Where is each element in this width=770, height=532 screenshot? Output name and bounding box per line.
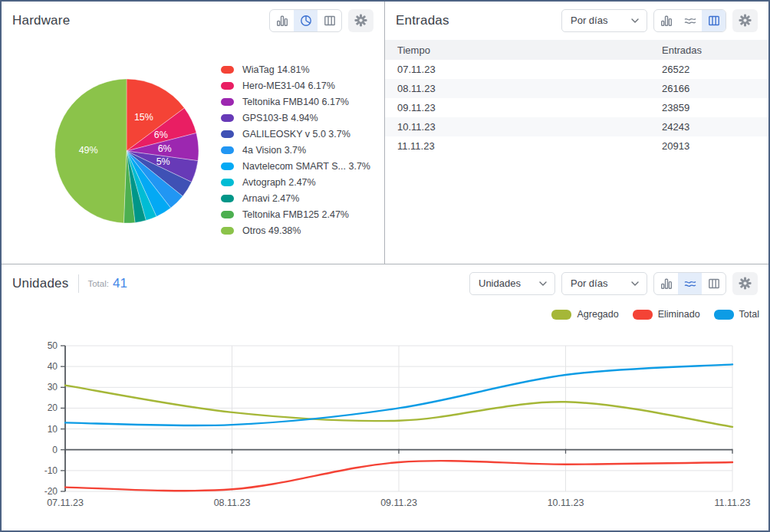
unidades-period-select[interactable]: Por días — [561, 272, 647, 295]
unidades-chart-type-switcher — [653, 272, 726, 295]
legend-item[interactable]: Hero-ME31-04 6.17% — [221, 77, 370, 94]
hardware-pie-chart[interactable]: 15%6%6%5%49% — [44, 69, 209, 233]
entradas-period-select[interactable]: Por días — [561, 9, 647, 32]
hardware-panel-title: Hardware — [12, 13, 70, 28]
column-header-entradas: Entradas — [650, 40, 768, 60]
table-cell: 11.11.23 — [385, 136, 650, 156]
line-chart-icon[interactable] — [678, 10, 702, 31]
legend-swatch — [221, 179, 234, 186]
total-value: 41 — [113, 276, 127, 291]
legend-item[interactable]: Otros 49.38% — [221, 222, 370, 238]
bar-chart-icon[interactable] — [654, 273, 678, 294]
legend-item[interactable]: GPS103-B 4.94% — [221, 110, 370, 126]
legend-item[interactable]: Arnavi 2.47% — [221, 190, 370, 206]
legend-label: Agregado — [577, 309, 618, 320]
legend-item[interactable]: Eliminado — [633, 309, 700, 320]
gear-icon[interactable] — [348, 9, 373, 32]
gear-icon[interactable] — [732, 272, 758, 295]
line-chart-icon[interactable] — [678, 273, 702, 294]
table-cell: 09.11.23 — [385, 98, 650, 117]
entradas-chart-type-switcher — [653, 9, 726, 32]
legend-item[interactable]: Teltonika FMB140 6.17% — [221, 94, 370, 110]
legend-label: WiaTag 14.81% — [242, 64, 310, 75]
legend-item[interactable]: 4a Vision 3.7% — [221, 142, 370, 158]
legend-label: Arnavi 2.47% — [242, 193, 299, 204]
y-axis-label: 50 — [48, 340, 58, 351]
legend-label: GALILEOSKY v 5.0 3.7% — [242, 129, 350, 140]
table-icon[interactable] — [702, 273, 726, 294]
hardware-header-controls — [269, 9, 373, 32]
bar-chart-icon[interactable] — [270, 10, 294, 31]
chevron-down-icon — [631, 281, 639, 286]
legend-label: Teltonika FMB125 2.47% — [242, 209, 349, 220]
table-row: 11.11.2320913 — [385, 136, 768, 156]
top-row: Hardware 15%6%6%5%49% WiaTag 14.81%Hero-… — [2, 2, 768, 264]
table-icon[interactable] — [318, 10, 341, 31]
unidades-type-select[interactable]: Unidades — [469, 272, 555, 295]
y-axis-label: 10 — [48, 424, 58, 435]
legend-item[interactable]: Teltonika FMB125 2.47% — [221, 206, 370, 222]
table-row: 09.11.2323859 — [385, 98, 768, 117]
x-axis-label: 11.11.23 — [715, 498, 751, 508]
unidades-legend: AgregadoEliminadoTotal — [551, 309, 759, 320]
total-label: Total: — [87, 279, 109, 288]
legend-label: GPS103-B 4.94% — [242, 113, 318, 123]
entradas-panel: Entradas Por días — [385, 2, 768, 264]
legend-item[interactable]: Total — [714, 309, 759, 320]
legend-item[interactable]: WiaTag 14.81% — [221, 61, 370, 77]
unidades-header-controls: Unidades Por días — [469, 272, 758, 295]
table-cell: 23859 — [650, 98, 768, 117]
legend-label: Total — [739, 309, 759, 320]
unidades-line-chart[interactable]: 50403020100-10-2007.11.2308.11.2309.11.2… — [2, 330, 768, 524]
table-cell: 26522 — [650, 60, 768, 79]
unidades-panel-header: Unidades Total: 41 Unidades Por días — [2, 264, 768, 300]
legend-label: Navtelecom SMART S... 3.7% — [242, 161, 370, 172]
pie-slice-label: 5% — [156, 156, 170, 167]
table-cell: 07.11.23 — [385, 60, 650, 79]
table-row: 08.11.2326166 — [385, 79, 768, 98]
pie-slice-label: 6% — [154, 130, 168, 140]
table-icon[interactable] — [702, 10, 726, 31]
dashboard: Hardware 15%6%6%5%49% WiaTag 14.81%Hero-… — [0, 0, 770, 532]
x-axis-label: 07.11.23 — [47, 498, 84, 508]
legend-item[interactable]: Avtograph 2.47% — [221, 174, 370, 190]
hardware-legend: WiaTag 14.81%Hero-ME31-04 6.17%Teltonika… — [221, 61, 370, 238]
legend-swatch — [221, 211, 234, 218]
pie-slice-label: 15% — [134, 112, 153, 123]
legend-swatch — [221, 98, 234, 106]
unidades-panel: Unidades Total: 41 Unidades Por días — [2, 264, 768, 530]
bar-chart-icon[interactable] — [654, 10, 678, 31]
chevron-down-icon — [539, 281, 547, 286]
legend-item[interactable]: Navtelecom SMART S... 3.7% — [221, 158, 370, 174]
legend-swatch — [221, 163, 234, 170]
gear-icon[interactable] — [732, 9, 758, 32]
hardware-panel: Hardware 15%6%6%5%49% WiaTag 14.81%Hero-… — [2, 2, 385, 264]
legend-item[interactable]: Agregado — [551, 309, 618, 320]
table-row: 07.11.2326522 — [385, 60, 768, 79]
y-axis-label: 40 — [48, 361, 58, 372]
unidades-type-select-value: Unidades — [479, 277, 521, 289]
pie-slice-label: 6% — [158, 143, 172, 154]
pie-slice-label: 49% — [79, 145, 98, 156]
y-axis-label: -20 — [44, 486, 58, 497]
y-axis-label: 0 — [52, 445, 58, 455]
hardware-chart-type-switcher — [269, 9, 342, 32]
table-cell: 20913 — [650, 136, 768, 156]
table-cell: 24243 — [650, 117, 768, 136]
table-cell: 10.11.23 — [385, 117, 650, 136]
legend-swatch — [551, 310, 571, 320]
legend-label: Teltonika FMB140 6.17% — [242, 97, 349, 107]
legend-swatch — [221, 146, 234, 154]
entradas-header-controls: Por días — [561, 9, 758, 32]
legend-item[interactable]: GALILEOSKY v 5.0 3.7% — [221, 126, 370, 142]
column-header-tiempo: Tiempo — [385, 40, 650, 60]
legend-label: Avtograph 2.47% — [242, 177, 316, 188]
x-axis-label: 08.11.23 — [214, 498, 251, 508]
table-cell: 08.11.23 — [385, 79, 650, 98]
entradas-panel-header: Entradas Por días — [385, 2, 768, 37]
legend-label: Eliminado — [658, 309, 700, 320]
hardware-panel-header: Hardware — [2, 2, 384, 37]
pie-chart-icon[interactable] — [294, 10, 318, 31]
legend-swatch — [221, 114, 234, 122]
chevron-down-icon — [631, 18, 639, 23]
